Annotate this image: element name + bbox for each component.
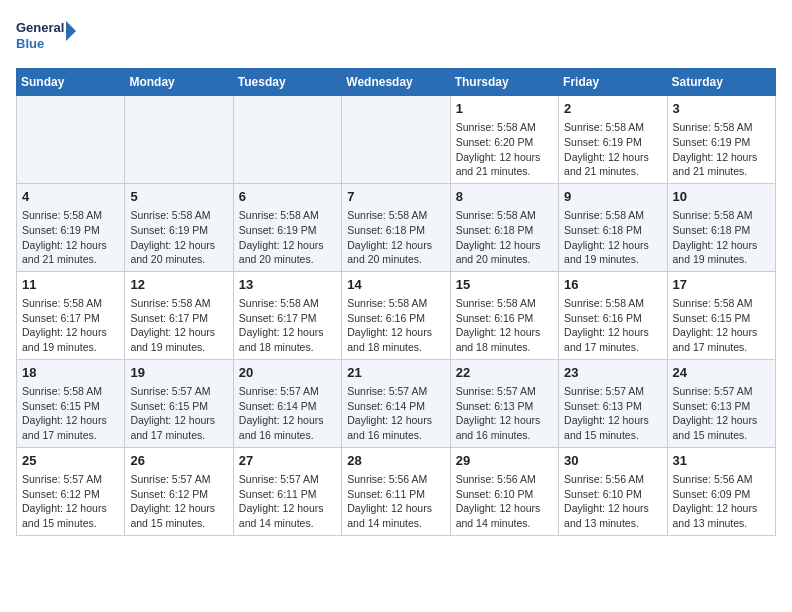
day-info: Sunrise: 5:58 AM <box>22 384 119 399</box>
day-info: Sunrise: 5:57 AM <box>239 472 336 487</box>
week-row-2: 4Sunrise: 5:58 AMSunset: 6:19 PMDaylight… <box>17 183 776 271</box>
day-info: Sunset: 6:15 PM <box>22 399 119 414</box>
day-info: and 19 minutes. <box>22 340 119 355</box>
day-info: Sunrise: 5:58 AM <box>456 120 553 135</box>
day-info: Sunset: 6:19 PM <box>564 135 661 150</box>
day-info: Sunset: 6:18 PM <box>347 223 444 238</box>
day-info: Daylight: 12 hours <box>22 325 119 340</box>
day-info: Sunset: 6:16 PM <box>456 311 553 326</box>
week-row-4: 18Sunrise: 5:58 AMSunset: 6:15 PMDayligh… <box>17 359 776 447</box>
day-info: Sunset: 6:15 PM <box>130 399 227 414</box>
calendar-cell: 29Sunrise: 5:56 AMSunset: 6:10 PMDayligh… <box>450 447 558 535</box>
calendar-cell: 25Sunrise: 5:57 AMSunset: 6:12 PMDayligh… <box>17 447 125 535</box>
day-info: Sunset: 6:11 PM <box>347 487 444 502</box>
day-info: and 17 minutes. <box>673 340 770 355</box>
day-info: Sunset: 6:13 PM <box>564 399 661 414</box>
day-number: 29 <box>456 452 553 470</box>
svg-text:Blue: Blue <box>16 36 44 51</box>
day-info: Sunrise: 5:58 AM <box>347 296 444 311</box>
calendar-cell: 9Sunrise: 5:58 AMSunset: 6:18 PMDaylight… <box>559 183 667 271</box>
calendar-cell: 6Sunrise: 5:58 AMSunset: 6:19 PMDaylight… <box>233 183 341 271</box>
day-info: Sunset: 6:10 PM <box>564 487 661 502</box>
calendar-cell: 27Sunrise: 5:57 AMSunset: 6:11 PMDayligh… <box>233 447 341 535</box>
day-number: 31 <box>673 452 770 470</box>
day-info: Sunset: 6:17 PM <box>130 311 227 326</box>
day-info: and 21 minutes. <box>22 252 119 267</box>
calendar-cell: 11Sunrise: 5:58 AMSunset: 6:17 PMDayligh… <box>17 271 125 359</box>
day-info: Sunrise: 5:58 AM <box>22 296 119 311</box>
day-number: 6 <box>239 188 336 206</box>
day-info: Sunset: 6:18 PM <box>456 223 553 238</box>
day-info: Sunset: 6:12 PM <box>130 487 227 502</box>
day-info: Daylight: 12 hours <box>456 501 553 516</box>
day-info: Sunset: 6:14 PM <box>347 399 444 414</box>
calendar-cell: 31Sunrise: 5:56 AMSunset: 6:09 PMDayligh… <box>667 447 775 535</box>
day-info: Sunset: 6:11 PM <box>239 487 336 502</box>
day-info: Sunrise: 5:58 AM <box>456 296 553 311</box>
day-number: 22 <box>456 364 553 382</box>
calendar-cell: 26Sunrise: 5:57 AMSunset: 6:12 PMDayligh… <box>125 447 233 535</box>
day-info: Daylight: 12 hours <box>673 238 770 253</box>
calendar-cell: 24Sunrise: 5:57 AMSunset: 6:13 PMDayligh… <box>667 359 775 447</box>
day-info: Daylight: 12 hours <box>130 238 227 253</box>
weekday-header-wednesday: Wednesday <box>342 69 450 96</box>
day-info: Sunrise: 5:58 AM <box>673 296 770 311</box>
day-info: Sunrise: 5:58 AM <box>347 208 444 223</box>
day-info: and 18 minutes. <box>347 340 444 355</box>
logo: General Blue <box>16 16 76 56</box>
day-info: Sunrise: 5:58 AM <box>564 120 661 135</box>
day-number: 21 <box>347 364 444 382</box>
calendar-cell: 16Sunrise: 5:58 AMSunset: 6:16 PMDayligh… <box>559 271 667 359</box>
calendar-cell: 13Sunrise: 5:58 AMSunset: 6:17 PMDayligh… <box>233 271 341 359</box>
day-info: Sunrise: 5:56 AM <box>673 472 770 487</box>
day-info: Daylight: 12 hours <box>22 501 119 516</box>
calendar-cell: 4Sunrise: 5:58 AMSunset: 6:19 PMDaylight… <box>17 183 125 271</box>
svg-marker-2 <box>66 21 76 41</box>
day-number: 24 <box>673 364 770 382</box>
day-info: Daylight: 12 hours <box>564 413 661 428</box>
day-number: 25 <box>22 452 119 470</box>
day-info: Sunrise: 5:58 AM <box>456 208 553 223</box>
day-info: Sunrise: 5:58 AM <box>130 208 227 223</box>
day-info: Daylight: 12 hours <box>239 238 336 253</box>
day-info: Daylight: 12 hours <box>239 501 336 516</box>
day-info: Daylight: 12 hours <box>347 501 444 516</box>
day-info: Sunset: 6:13 PM <box>673 399 770 414</box>
day-info: and 17 minutes. <box>22 428 119 443</box>
day-number: 12 <box>130 276 227 294</box>
day-info: Daylight: 12 hours <box>564 238 661 253</box>
day-info: Sunset: 6:17 PM <box>239 311 336 326</box>
day-info: Sunrise: 5:57 AM <box>564 384 661 399</box>
calendar-cell: 22Sunrise: 5:57 AMSunset: 6:13 PMDayligh… <box>450 359 558 447</box>
day-info: Daylight: 12 hours <box>22 238 119 253</box>
weekday-header-friday: Friday <box>559 69 667 96</box>
day-info: and 20 minutes. <box>130 252 227 267</box>
day-info: and 17 minutes. <box>564 340 661 355</box>
day-info: Daylight: 12 hours <box>347 325 444 340</box>
calendar-cell: 28Sunrise: 5:56 AMSunset: 6:11 PMDayligh… <box>342 447 450 535</box>
day-info: Sunrise: 5:57 AM <box>130 384 227 399</box>
day-info: Daylight: 12 hours <box>456 238 553 253</box>
calendar-cell <box>233 96 341 184</box>
day-info: Sunset: 6:10 PM <box>456 487 553 502</box>
day-info: and 19 minutes. <box>673 252 770 267</box>
day-info: Daylight: 12 hours <box>456 325 553 340</box>
day-info: Daylight: 12 hours <box>564 150 661 165</box>
day-info: and 15 minutes. <box>673 428 770 443</box>
calendar-cell: 1Sunrise: 5:58 AMSunset: 6:20 PMDaylight… <box>450 96 558 184</box>
day-info: Sunset: 6:13 PM <box>456 399 553 414</box>
day-info: Sunrise: 5:57 AM <box>239 384 336 399</box>
week-row-5: 25Sunrise: 5:57 AMSunset: 6:12 PMDayligh… <box>17 447 776 535</box>
calendar-cell: 18Sunrise: 5:58 AMSunset: 6:15 PMDayligh… <box>17 359 125 447</box>
calendar-body: 1Sunrise: 5:58 AMSunset: 6:20 PMDaylight… <box>17 96 776 536</box>
calendar-cell <box>125 96 233 184</box>
calendar-cell: 2Sunrise: 5:58 AMSunset: 6:19 PMDaylight… <box>559 96 667 184</box>
calendar-cell: 15Sunrise: 5:58 AMSunset: 6:16 PMDayligh… <box>450 271 558 359</box>
day-info: Sunset: 6:16 PM <box>564 311 661 326</box>
calendar-cell: 21Sunrise: 5:57 AMSunset: 6:14 PMDayligh… <box>342 359 450 447</box>
day-number: 15 <box>456 276 553 294</box>
day-info: Sunset: 6:15 PM <box>673 311 770 326</box>
day-info: and 20 minutes. <box>456 252 553 267</box>
calendar-cell: 7Sunrise: 5:58 AMSunset: 6:18 PMDaylight… <box>342 183 450 271</box>
day-number: 3 <box>673 100 770 118</box>
